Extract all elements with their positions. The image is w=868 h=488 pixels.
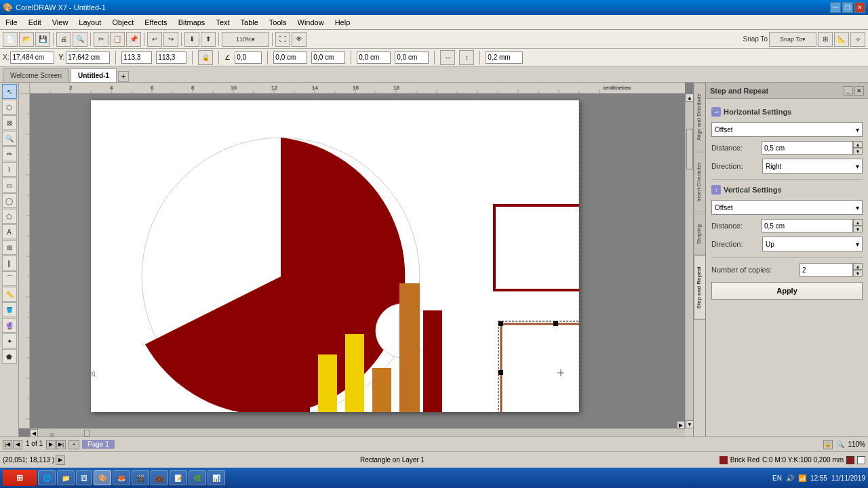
taskbar-corel2[interactable]: 🌿 xyxy=(189,470,206,485)
taskbar-explorer[interactable]: 📁 xyxy=(57,470,75,485)
parallel-tool[interactable]: ∥ xyxy=(2,256,17,270)
menu-window[interactable]: Window xyxy=(292,17,330,28)
h-distance-input[interactable] xyxy=(762,141,853,155)
menu-edit[interactable]: Edit xyxy=(23,17,47,28)
text-tool[interactable]: A xyxy=(2,224,17,239)
cut-button[interactable]: ✂ xyxy=(94,32,108,47)
ellipse-tool[interactable]: ◯ xyxy=(2,193,17,208)
zoom-in-button[interactable]: 110%▾ xyxy=(222,32,269,47)
stroke-color-swatch[interactable] xyxy=(846,456,854,464)
page-prev-button[interactable]: ◀ xyxy=(13,440,22,449)
status-settings-button[interactable]: ▶ xyxy=(56,455,65,465)
side-tab-shaping[interactable]: Shaping xyxy=(694,214,705,255)
copies-input[interactable] xyxy=(800,263,853,277)
eyedropper-tool[interactable]: 🔮 xyxy=(2,318,17,333)
interactive-tool[interactable]: ✦ xyxy=(2,333,17,348)
export-button[interactable]: ⬆ xyxy=(201,32,216,47)
panel-minimize-button[interactable]: _ xyxy=(844,86,853,96)
h-distance-down[interactable]: ▼ xyxy=(853,148,863,155)
menu-view[interactable]: View xyxy=(47,17,74,28)
page-last-button[interactable]: ▶| xyxy=(56,440,66,449)
pos3-input[interactable] xyxy=(357,52,391,64)
v-direction-select[interactable]: Up ▾ xyxy=(762,237,863,251)
w-input[interactable] xyxy=(121,52,152,64)
pos4-input[interactable] xyxy=(395,52,429,64)
measure-tool[interactable]: 📏 xyxy=(2,287,17,302)
paste-button[interactable]: 📌 xyxy=(126,32,141,47)
x-input[interactable] xyxy=(10,52,54,64)
menu-file[interactable]: File xyxy=(0,17,23,28)
grid-button[interactable]: ⊞ xyxy=(818,32,833,47)
taskbar-files[interactable]: 💼 xyxy=(151,470,168,485)
smartdraw-tool[interactable]: ⌇ xyxy=(2,162,17,177)
view-button[interactable]: 👁 xyxy=(292,32,307,47)
scroll-right-button[interactable]: ▶ xyxy=(677,421,685,429)
v-distance-up[interactable]: ▲ xyxy=(853,219,863,226)
taskbar-coreldraw[interactable]: 🎨 xyxy=(94,470,111,485)
taskbar-word[interactable]: 📝 xyxy=(170,470,187,485)
scroll-thumb-v[interactable] xyxy=(686,129,693,169)
minimize-button[interactable]: — xyxy=(830,2,841,13)
copies-down[interactable]: ▼ xyxy=(853,270,863,277)
copy-button[interactable]: 📋 xyxy=(110,32,125,47)
new-button[interactable]: 📄 xyxy=(3,32,18,47)
pos1-input[interactable] xyxy=(273,52,307,64)
v-distance-down[interactable]: ▼ xyxy=(853,226,863,232)
thickness-input[interactable] xyxy=(486,52,523,64)
import-button[interactable]: ⬇ xyxy=(184,32,199,47)
save-button[interactable]: 💾 xyxy=(35,32,50,47)
open-button[interactable]: 📂 xyxy=(19,32,34,47)
menu-bitmaps[interactable]: Bitmaps xyxy=(173,17,211,28)
blend-tool[interactable]: ⬟ xyxy=(2,349,17,364)
freehand-tool[interactable]: ✏ xyxy=(2,146,17,161)
taskbar-photoshop[interactable]: 🖼 xyxy=(76,470,92,485)
page-first-button[interactable]: |◀ xyxy=(3,440,12,449)
side-tab-insert[interactable]: Insert Character xyxy=(694,152,705,212)
start-button[interactable]: ⊞ xyxy=(3,470,37,486)
h-distance-up[interactable]: ▲ xyxy=(853,141,863,148)
polygon-tool[interactable]: ⬠ xyxy=(2,209,17,224)
fill-none-swatch[interactable] xyxy=(857,456,865,464)
menu-tools[interactable]: Tools xyxy=(264,17,292,28)
h-input[interactable] xyxy=(156,52,186,64)
fill-color-swatch[interactable] xyxy=(719,456,728,464)
taskbar-firefox[interactable]: 🦊 xyxy=(113,470,130,485)
full-screen-button[interactable]: ⛶ xyxy=(275,32,290,47)
scroll-thumb-h[interactable] xyxy=(84,430,90,436)
connector-tool[interactable]: ⌒ xyxy=(2,271,17,286)
status-icon[interactable]: 🔒 xyxy=(823,440,833,449)
select-tool[interactable]: ↖ xyxy=(2,84,17,99)
scroll-up-button[interactable]: ▲ xyxy=(686,94,693,102)
restore-button[interactable]: ❐ xyxy=(842,2,853,13)
guide-button[interactable]: 📐 xyxy=(834,32,849,47)
shape-tool[interactable]: ⬡ xyxy=(2,100,17,115)
menu-table[interactable]: Table xyxy=(235,17,264,28)
apply-button[interactable]: Apply xyxy=(711,282,863,300)
vertical-scrollbar[interactable]: ▲ ▼ xyxy=(685,94,693,428)
fill-tool[interactable]: 🪣 xyxy=(2,302,17,317)
page-next-button[interactable]: ▶ xyxy=(46,440,56,449)
close-button[interactable]: ✕ xyxy=(854,2,865,13)
v-distance-input[interactable] xyxy=(762,219,853,232)
dynamic-guide-button[interactable]: ⟡ xyxy=(850,32,865,47)
taskbar-premiere[interactable]: 🎬 xyxy=(132,470,149,485)
copies-up[interactable]: ▲ xyxy=(853,263,863,270)
menu-layout[interactable]: Layout xyxy=(73,17,106,28)
mirror-v-button[interactable]: ↕ xyxy=(459,50,474,65)
mirror-h-button[interactable]: ↔ xyxy=(440,50,455,65)
snap-button[interactable]: Snap To▾ xyxy=(769,32,816,47)
side-tab-align[interactable]: Align and Distribute xyxy=(694,83,705,151)
menu-object[interactable]: Object xyxy=(106,17,139,28)
taskbar-ie[interactable]: 🌐 xyxy=(38,470,56,485)
redo-button[interactable]: ↪ xyxy=(163,32,178,47)
h-direction-select[interactable]: Right ▾ xyxy=(762,159,863,174)
table-tool[interactable]: ⊞ xyxy=(2,240,17,255)
menu-help[interactable]: Help xyxy=(330,17,356,28)
print-button[interactable]: 🖨 xyxy=(56,32,71,47)
add-page-button[interactable]: + xyxy=(68,440,79,449)
taskbar-ppt[interactable]: 📊 xyxy=(208,470,225,485)
panel-close-button[interactable]: ✕ xyxy=(854,86,864,96)
add-tab-button[interactable]: + xyxy=(118,71,129,82)
tab-welcome[interactable]: Welcome Screen xyxy=(3,68,69,82)
menu-effects[interactable]: Effects xyxy=(139,17,172,28)
